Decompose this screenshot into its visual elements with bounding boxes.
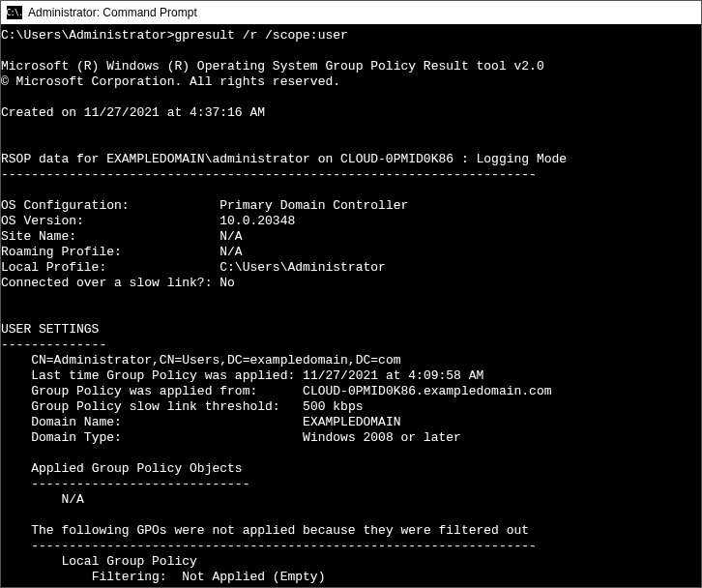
domain-name-value: EXAMPLEDOMAIN — [303, 415, 400, 429]
os-config-value: Primary Domain Controller — [219, 198, 408, 213]
window-title: Administrator: Command Prompt — [28, 6, 197, 19]
domain-type-label: Domain Type: — [31, 430, 122, 445]
slow-threshold-value: 500 kbps — [303, 399, 363, 414]
local-value: C:\Users\Administrator — [219, 260, 386, 275]
domain-type-value: Windows 2008 or later — [303, 430, 461, 445]
site-label: Site Name: — [1, 229, 76, 244]
filter-value: Not Applied (Empty) — [182, 570, 325, 584]
last-applied-label: Last time Group Policy was applied: — [31, 368, 295, 383]
command-prompt-window: C:\. Administrator: Command Prompt C:\Us… — [0, 0, 702, 588]
roaming-label: Roaming Profile: — [1, 245, 122, 259]
applied-from-label: Group Policy was applied from: — [31, 384, 257, 398]
filter-label: Filtering: — [92, 570, 167, 584]
user-settings-heading: USER SETTINGS — [1, 322, 99, 337]
header-line1: Microsoft (R) Windows (R) Operating Syst… — [1, 59, 544, 74]
header-line2: © Microsoft Corporation. All rights rese… — [1, 74, 340, 89]
site-value: N/A — [219, 229, 242, 244]
slowlink-value: No — [219, 276, 235, 290]
rsop-divider: ----------------------------------------… — [1, 167, 537, 182]
terminal-output[interactable]: C:\Users\Administrator>gpresult /r /scop… — [1, 24, 701, 587]
domain-name-label: Domain Name: — [31, 415, 122, 429]
applied-gpo-heading: Applied Group Policy Objects — [31, 461, 242, 476]
local-label: Local Profile: — [1, 260, 106, 275]
cmd-icon: C:\. — [7, 6, 22, 19]
applied-gpo-divider: ----------------------------- — [31, 477, 249, 491]
filtered-divider: ----------------------------------------… — [31, 539, 537, 553]
user-settings-divider: -------------- — [1, 338, 106, 352]
prompt-path: C:\Users\Administrator> — [1, 28, 174, 43]
prompt-command: gpresult /r /scope:user — [174, 28, 347, 43]
os-version-label: OS Version: — [1, 214, 84, 228]
os-config-label: OS Configuration: — [1, 198, 130, 213]
created-value: ‎11/‎27/‎2021 at 4:37:16 AM — [84, 105, 265, 120]
filtered-heading: The following GPOs were not applied beca… — [31, 523, 529, 538]
slow-threshold-label: Group Policy slow link threshold: — [31, 399, 279, 414]
cn-line: CN=Administrator,CN=Users,DC=exampledoma… — [31, 353, 400, 368]
window-titlebar[interactable]: C:\. Administrator: Command Prompt — [1, 1, 701, 24]
rsop-line: RSOP data for EXAMPLEDOMAIN\administrato… — [1, 152, 567, 166]
created-label: Created on — [1, 105, 84, 120]
filtered-item: Local Group Policy — [61, 554, 196, 569]
applied-from-value: CLOUD-0PMID0K86.exampledomain.com — [303, 384, 551, 398]
slowlink-label: Connected over a slow link?: — [1, 276, 212, 290]
roaming-value: N/A — [219, 245, 242, 259]
os-version-value: 10.0.20348 — [219, 214, 295, 228]
last-applied-value: 11/27/2021 at 4:09:58 AM — [303, 368, 483, 383]
applied-gpo-value: N/A — [61, 492, 83, 507]
